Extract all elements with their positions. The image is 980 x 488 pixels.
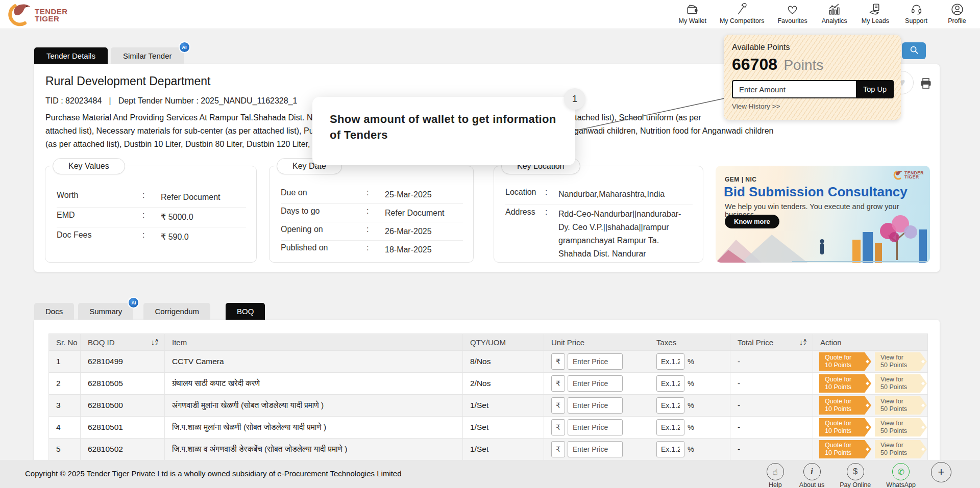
expand-plus-button[interactable]: + (931, 462, 951, 482)
sort-icon[interactable]: ↓AZ (151, 339, 158, 346)
header-unit-price: Unit Price (544, 334, 649, 350)
nav-favourites[interactable]: Favourites (777, 3, 807, 24)
quote-button[interactable]: Quote for10 Points (819, 374, 871, 393)
cell-sr: 5 (49, 439, 81, 460)
percent-sign: % (688, 357, 694, 366)
tour-tooltip: Show amount of wallet to get information… (312, 97, 575, 165)
rupee-prefix: ₹ (551, 419, 565, 435)
view-button[interactable]: View for50 Points (875, 440, 927, 458)
banner-brand-name: TENDERTIGER (904, 171, 924, 179)
row-colon: : (366, 188, 385, 197)
cell-action: Quote for10 Points View for50 Points (813, 417, 928, 438)
boq-table-card: Sr. No BOQ ID ↓AZ Item QTY/UOM Unit Pric… (34, 320, 940, 473)
footer-pay-online[interactable]: $ Pay Online (840, 463, 871, 488)
cell-qty: 1/Set (463, 417, 544, 438)
tab-label: Summary (89, 307, 122, 316)
row-value: Nandurbar,Maharashtra,India (558, 188, 693, 201)
view-button[interactable]: View for50 Points (875, 352, 927, 371)
brand-logo[interactable]: TENDERTIGER (7, 2, 68, 29)
know-more-button[interactable]: Know more (725, 215, 779, 228)
price-input[interactable] (568, 375, 623, 392)
tax-input[interactable] (656, 441, 684, 457)
row-value: ₹ 5000.0 (161, 211, 246, 224)
row-label: Due on (281, 188, 366, 197)
key-location-rows: Location : Nandurbar,Maharashtra,India A… (494, 166, 703, 264)
tab-tender-details[interactable]: Tender Details (34, 47, 108, 64)
points-value: 66708 (732, 55, 777, 73)
view-button[interactable]: View for50 Points (875, 374, 927, 393)
available-points-panel: Available Points 66708 Points Top Up Vie… (724, 35, 901, 120)
view-history-link[interactable]: View History >> (732, 102, 780, 110)
sort-icon[interactable]: ↓AZ (799, 339, 806, 346)
print-icon[interactable] (919, 76, 933, 93)
cell-taxes: % (649, 439, 730, 460)
cell-taxes: % (649, 351, 730, 372)
footer-about-us[interactable]: i About us (799, 463, 824, 488)
row-value: Refer Document (385, 207, 463, 220)
nav-profile[interactable]: Profile (943, 3, 971, 24)
row-label: Published on (281, 243, 366, 252)
rupee-prefix: ₹ (551, 375, 565, 392)
price-input[interactable] (568, 397, 623, 414)
document-tabs: Docs Summary AI Corrigendum BOQ (34, 303, 265, 320)
view-button[interactable]: View for50 Points (875, 418, 927, 436)
tax-input[interactable] (656, 353, 684, 370)
footer-icons: ☝ Help i About us $ Pay Online ✆ WhatsAp… (767, 462, 951, 488)
tab-summary[interactable]: Summary AI (78, 303, 133, 320)
footer-whatsapp[interactable]: ✆ WhatsApp (886, 463, 916, 488)
tab-corrigendum[interactable]: Corrigendum (143, 303, 210, 320)
tax-input[interactable] (656, 375, 684, 392)
key-date-panel: Key Date Due on : 25-Mar-2025 Days to go… (269, 166, 474, 263)
cell-action: Quote for10 Points View for50 Points (813, 395, 928, 416)
quote-button[interactable]: Quote for10 Points (819, 352, 871, 371)
heart-icon (786, 3, 799, 16)
tour-step-badge: 1 (564, 88, 585, 110)
price-input[interactable] (568, 353, 623, 370)
row-label: Worth (57, 191, 142, 200)
search-icon (909, 45, 919, 57)
banner-title: Bid Submission Consultancy (724, 184, 908, 200)
row-colon: : (545, 188, 558, 197)
footer-help[interactable]: ☝ Help (767, 463, 784, 488)
nav-my-leads[interactable]: My Leads (862, 3, 889, 24)
price-input[interactable] (568, 441, 623, 457)
cell-taxes: % (649, 395, 730, 416)
row-colon: : (366, 243, 385, 252)
table-row: 1 62810499 CCTV Camera 8/Nos ₹ % - Quote… (49, 351, 927, 373)
tax-input[interactable] (656, 397, 684, 414)
quote-button[interactable]: Quote for10 Points (819, 396, 871, 415)
tab-docs[interactable]: Docs (34, 303, 74, 320)
tiger-logo-icon (893, 170, 903, 180)
header-qty-uom: QTY/UOM (463, 334, 544, 350)
tax-input[interactable] (656, 419, 684, 435)
tab-similar-tender[interactable]: Similar Tender AI (111, 47, 184, 64)
nav-analytics[interactable]: Analytics (821, 3, 848, 24)
cell-qty: 2/Nos (463, 373, 544, 394)
tab-label: Corrigendum (155, 307, 199, 316)
tid-value: TID : 82023484 (45, 96, 102, 106)
top-header: TENDERTIGER My Wallet My Competitors (0, 0, 980, 29)
nav-label: Analytics (822, 17, 847, 24)
amount-input[interactable] (732, 80, 856, 98)
quote-button[interactable]: Quote for10 Points (819, 418, 871, 436)
tab-boq[interactable]: BOQ (226, 303, 265, 320)
row-value: ₹ 590.0 (161, 230, 246, 244)
bid-consultancy-banner[interactable]: GEM | NIC Bid Submission Consultancy We … (716, 166, 930, 263)
cell-action: Quote for10 Points View for50 Points (813, 439, 928, 460)
view-button[interactable]: View for50 Points (875, 396, 927, 415)
tid-line: TID : 82023484 | Dept Tender Number : 20… (45, 96, 297, 106)
nav-my-competitors[interactable]: My Competitors (720, 3, 765, 24)
percent-sign: % (688, 379, 694, 388)
profile-icon (950, 3, 964, 16)
row-colon: : (142, 230, 161, 240)
nav-my-wallet[interactable]: My Wallet (679, 3, 706, 24)
cell-qty: 8/Nos (463, 351, 544, 372)
top-up-button[interactable]: Top Up (856, 80, 894, 98)
price-input[interactable] (568, 419, 623, 435)
wallet-icon (685, 3, 699, 16)
row-colon: : (366, 225, 385, 234)
search-button[interactable] (902, 42, 926, 59)
quote-button[interactable]: Quote for10 Points (819, 440, 871, 458)
nav-support[interactable]: Support (902, 3, 930, 24)
header-action: Action (813, 334, 928, 350)
